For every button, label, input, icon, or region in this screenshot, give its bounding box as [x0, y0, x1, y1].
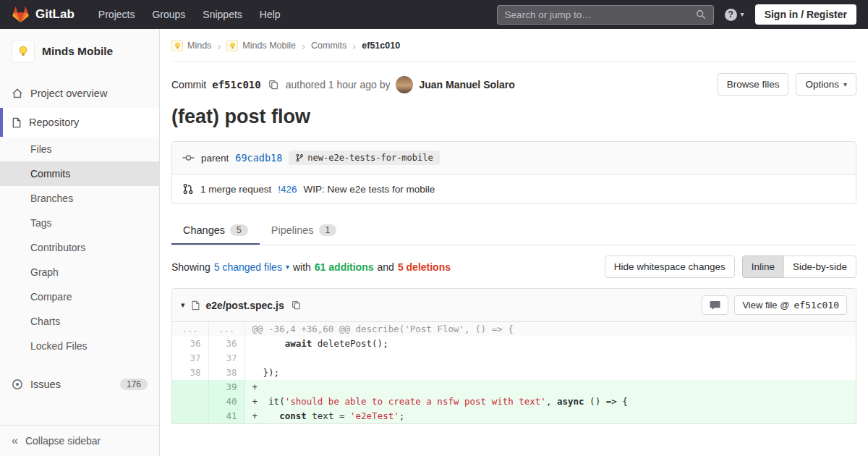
sidebar-item-label: Issues — [30, 379, 61, 390]
old-line-number[interactable]: 37 — [172, 351, 208, 366]
author-name[interactable]: Juan Manuel Solaro — [419, 79, 514, 90]
code-line: @@ -36,4 +36,60 @@ describe('Post Flow',… — [244, 322, 856, 337]
project-name: Minds Mobile — [42, 45, 113, 58]
merge-request-row: 1 merge request !426 WIP: New e2e tests … — [172, 174, 856, 203]
project-avatar-small — [226, 40, 238, 51]
copy-path-button[interactable] — [290, 300, 302, 310]
diff-row: 40+ it('should be able to create a nsfw … — [172, 394, 856, 409]
top-navbar: GitLab Projects Groups Snippets Help ? ▾… — [0, 0, 868, 29]
view-file-sha: ef51c010 — [793, 300, 839, 311]
nav-help[interactable]: Help — [252, 4, 289, 25]
new-line-number[interactable]: 38 — [208, 366, 244, 380]
side-by-side-view-button[interactable]: Side-by-side — [783, 256, 856, 278]
old-line-number[interactable]: ... — [172, 322, 208, 337]
lightbulb-icon — [229, 42, 237, 50]
inline-view-button[interactable]: Inline — [742, 256, 784, 278]
sidebar-item-compare[interactable]: Compare — [0, 284, 159, 309]
hide-whitespace-button[interactable]: Hide whitespace changes — [605, 256, 735, 278]
comment-button[interactable] — [702, 295, 728, 315]
browse-files-button[interactable]: Browse files — [718, 73, 789, 96]
chevron-down-icon: ▾ — [286, 263, 289, 271]
sidebar-item-label: Project overview — [30, 88, 107, 99]
copy-sha-button[interactable] — [267, 80, 280, 90]
breadcrumb-minds-mobile[interactable]: Minds Mobile — [226, 40, 296, 51]
issues-count-badge: 176 — [120, 379, 148, 390]
sidebar-item-locked-files[interactable]: Locked Files — [0, 334, 159, 358]
tab-label: Pipelines — [271, 224, 314, 236]
commit-title: (feat) post flow — [171, 106, 856, 128]
additions-count: 61 additions — [315, 261, 374, 273]
project-context[interactable]: Minds Mobile — [0, 29, 159, 70]
mr-ref-link[interactable]: !426 — [278, 184, 297, 195]
tab-pipelines[interactable]: Pipelines 1 — [260, 216, 349, 245]
old-line-number[interactable]: 36 — [172, 337, 208, 351]
mr-count-text: 1 merge request — [200, 184, 271, 195]
navbar-right: ? ▾ Sign in / Register — [497, 4, 856, 25]
branch-badge[interactable]: new-e2e-tests-for-mobile — [289, 151, 439, 165]
diff-file-card: ▾ e2e/post.spec.js View file @ ef51c010 … — [171, 288, 856, 424]
sidebar-item-label: Repository — [29, 117, 79, 128]
old-line-number[interactable] — [172, 394, 208, 409]
showing-label: Showing — [171, 261, 210, 273]
collapse-diff-icon[interactable]: ▾ — [181, 300, 185, 310]
sidebar-item-tags[interactable]: Tags — [0, 211, 159, 235]
sidebar-item-repository[interactable]: Repository — [0, 108, 159, 137]
old-line-number[interactable] — [172, 409, 208, 423]
sign-in-button[interactable]: Sign in / Register — [755, 4, 856, 25]
breadcrumb-minds[interactable]: Minds — [171, 40, 211, 51]
new-line-number[interactable]: ... — [208, 322, 244, 337]
view-mode-group: Inline Side-by-side — [742, 256, 856, 278]
main-content: Minds › Minds Mobile › Commits › ef51c01… — [160, 29, 868, 456]
sidebar-item-commits[interactable]: Commits — [0, 161, 159, 186]
new-line-number[interactable]: 36 — [208, 337, 244, 351]
help-menu[interactable]: ? ▾ — [725, 9, 744, 21]
gitlab-tanuki-icon — [12, 6, 30, 23]
nav-projects[interactable]: Projects — [90, 4, 143, 25]
and-label: and — [378, 261, 394, 273]
diff-table: ......@@ -36,4 +36,60 @@ describe('Post … — [172, 322, 856, 423]
sidebar-item-graph[interactable]: Graph — [0, 260, 159, 284]
commit-meta: Commit ef51c010 authored 1 hour ago by J… — [171, 62, 856, 96]
commit-info-box: parent 69cadb18 new-e2e-tests-for-mobile… — [171, 141, 856, 204]
gitlab-logo[interactable]: GitLab — [12, 6, 75, 23]
nav-snippets[interactable]: Snippets — [195, 4, 250, 25]
diff-row: 41+ const text = 'e2eTest'; — [172, 409, 856, 423]
new-line-number[interactable]: 37 — [208, 351, 244, 366]
old-line-number[interactable] — [172, 380, 208, 394]
repository-subnav: Files Commits Branches Tags Contributors… — [0, 137, 159, 358]
with-label: with — [293, 261, 311, 273]
deletions-count: 5 deletions — [398, 261, 451, 273]
copy-icon — [292, 300, 301, 310]
collapse-sidebar-label: Collapse sidebar — [25, 435, 101, 447]
collapse-sidebar-button[interactable]: « Collapse sidebar — [0, 425, 159, 456]
repository-icon — [12, 117, 22, 128]
new-line-number[interactable]: 40 — [208, 394, 244, 409]
breadcrumb-commits[interactable]: Commits — [311, 41, 346, 51]
nav-groups[interactable]: Groups — [144, 4, 193, 25]
sidebar-item-charts[interactable]: Charts — [0, 309, 159, 334]
search-input[interactable] — [505, 9, 696, 20]
new-line-number[interactable]: 39 — [208, 380, 244, 394]
project-avatar — [12, 40, 35, 63]
diff-file-path[interactable]: e2e/post.spec.js — [206, 300, 284, 311]
sidebar-item-project-overview[interactable]: Project overview — [0, 79, 159, 108]
home-icon — [12, 88, 23, 99]
options-dropdown-button[interactable]: Options ▾ — [796, 73, 856, 96]
tab-count-badge: 5 — [230, 224, 248, 236]
angle-double-left-icon: « — [12, 435, 18, 447]
commit-tabs: Changes 5 Pipelines 1 — [171, 216, 856, 245]
sidebar-item-issues[interactable]: Issues 176 — [0, 370, 159, 399]
parent-sha-link[interactable]: 69cadb18 — [235, 152, 282, 164]
tab-label: Changes — [183, 224, 225, 236]
changed-files-dropdown[interactable]: 5 changed files — [214, 261, 282, 273]
view-file-button[interactable]: View file @ ef51c010 — [734, 295, 847, 315]
diff-summary: Showing 5 changed files ▾ with 61 additi… — [171, 256, 856, 278]
sidebar-item-files[interactable]: Files — [0, 137, 159, 161]
new-line-number[interactable]: 41 — [208, 409, 244, 423]
old-line-number[interactable]: 38 — [172, 366, 208, 380]
changed-files-label: 5 changed files — [214, 261, 282, 273]
tab-changes[interactable]: Changes 5 — [171, 216, 260, 245]
sidebar-item-contributors[interactable]: Contributors — [0, 235, 159, 260]
sidebar-item-branches[interactable]: Branches — [0, 186, 159, 211]
global-search[interactable] — [497, 5, 714, 25]
